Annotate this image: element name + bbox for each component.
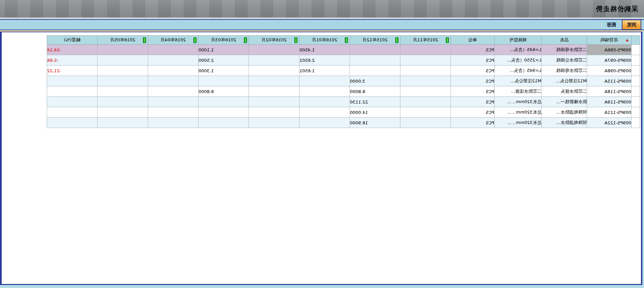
cell-存货编码[interactable]: 009PS-098A (587, 66, 632, 76)
cell-2016年03月[interactable]: 2.5000 (199, 55, 249, 66)
cell-2015年12月[interactable] (350, 66, 400, 76)
cell-2015年12月[interactable]: 14.0000 (350, 107, 400, 118)
cell-品名[interactable]: 明珠电源防水... (542, 107, 587, 118)
cell-2016年04月[interactable] (148, 107, 199, 118)
cell-2016年01月[interactable]: 1.6501 (299, 66, 350, 76)
row-indicator-cell[interactable] (632, 76, 640, 86)
cell-2016年03月[interactable] (199, 118, 249, 128)
cell-2016年01月[interactable] (299, 97, 350, 107)
column-header-6[interactable]: 2016年01月 (299, 36, 350, 45)
cell-幅度(%)[interactable] (47, 76, 98, 86)
cell-2015年11月[interactable] (400, 76, 451, 86)
cell-2015年12月[interactable] (350, 55, 400, 66)
column-header-1[interactable]: 品名 (542, 36, 587, 45)
cell-2016年02月[interactable] (249, 118, 299, 128)
month-trend-chart-icon[interactable] (244, 37, 247, 43)
cell-规格型号[interactable]: 总长320mm，... (495, 118, 542, 128)
cell-2016年03月[interactable]: 1.1000 (199, 45, 249, 55)
cell-幅度(%)[interactable]: -24.14 (47, 45, 98, 55)
row-indicator-cell[interactable] (632, 55, 640, 66)
cell-2015年12月[interactable]: 8.8000 (350, 86, 400, 97)
tab-graph[interactable]: 图形 (602, 20, 620, 30)
cell-2016年02月[interactable] (249, 66, 299, 76)
row-indicator-cell[interactable] (632, 86, 640, 97)
cell-幅度(%)[interactable]: -21.22 (47, 66, 98, 76)
cell-2015年11月[interactable] (400, 66, 451, 76)
cell-品名[interactable]: 二芯防水母插线 (542, 66, 587, 76)
cell-规格型号[interactable]: L=945（含头... (495, 66, 542, 76)
cell-2016年04月[interactable] (148, 86, 199, 97)
cell-2016年03月[interactable]: 1.3000 (199, 66, 249, 76)
cell-2015年11月[interactable] (400, 97, 451, 107)
cell-存货编码[interactable]: 009PS-097A (587, 55, 632, 66)
cell-2016年02月[interactable] (249, 86, 299, 97)
cell-单位[interactable]: PCS (451, 66, 495, 76)
column-header-8[interactable]: 2016年03月 (199, 36, 249, 45)
cell-单位[interactable]: PCS (451, 97, 495, 107)
cell-2016年04月[interactable] (148, 55, 199, 66)
cell-2016年05月[interactable] (98, 45, 148, 55)
cell-幅度(%)[interactable]: -5.66 (47, 55, 98, 66)
cell-2016年05月[interactable] (98, 107, 148, 118)
cell-存货编码[interactable]: 009PS-122A (587, 118, 632, 128)
column-header-11[interactable]: 幅度(%) (47, 36, 98, 45)
cell-规格型号[interactable]: 二芯防水连接... (495, 86, 542, 97)
cell-2015年12月[interactable]: 3.0000 (350, 76, 400, 86)
cell-品名[interactable]: 防水橡胶线一... (542, 97, 587, 107)
row-indicator-cell[interactable] (632, 107, 640, 118)
cell-存货编码[interactable]: 009PS-096A (587, 45, 632, 55)
cell-2016年01月[interactable] (299, 76, 350, 86)
column-header-7[interactable]: 2016年02月 (249, 36, 299, 45)
cell-规格型号[interactable]: L=2550（含头... (495, 55, 542, 66)
cell-品名[interactable]: 二芯防水公插线 (542, 55, 587, 66)
cell-2016年02月[interactable] (249, 55, 299, 66)
cell-2016年02月[interactable] (249, 107, 299, 118)
cell-单位[interactable]: PCS (451, 118, 495, 128)
cell-规格型号[interactable]: 总长320mm，... (495, 107, 542, 118)
month-trend-chart-icon[interactable] (345, 37, 348, 43)
cell-2016年03月[interactable]: 8.8000 (199, 86, 249, 97)
cell-品名[interactable]: 明珠电源防水... (542, 118, 587, 128)
cell-2015年11月[interactable] (400, 45, 451, 55)
cell-幅度(%)[interactable] (47, 107, 98, 118)
cell-规格型号[interactable]: 总长320mm，... (495, 97, 542, 107)
cell-2016年05月[interactable] (98, 76, 148, 86)
cell-2016年02月[interactable] (249, 76, 299, 86)
cell-2016年04月[interactable] (148, 97, 199, 107)
cell-2016年04月[interactable] (148, 76, 199, 86)
row-indicator-cell[interactable] (632, 118, 640, 128)
row-indicator-cell[interactable] (632, 97, 640, 107)
cell-存货编码[interactable]: 009PS-119A (587, 97, 632, 107)
cell-2016年01月[interactable] (299, 86, 350, 97)
cell-2016年05月[interactable] (98, 55, 148, 66)
cell-2016年01月[interactable] (299, 118, 350, 128)
cell-幅度(%)[interactable] (47, 97, 98, 107)
cell-2016年05月[interactable] (98, 97, 148, 107)
cell-2016年03月[interactable] (199, 107, 249, 118)
month-trend-chart-icon[interactable] (446, 37, 449, 43)
cell-2016年02月[interactable] (249, 97, 299, 107)
cell-2016年02月[interactable] (249, 45, 299, 55)
cell-2016年01月[interactable] (299, 107, 350, 118)
cell-2016年03月[interactable] (199, 97, 249, 107)
cell-2015年12月[interactable]: 18.9000 (350, 118, 400, 128)
cell-幅度(%)[interactable] (47, 86, 98, 97)
cell-存货编码[interactable]: 009PS-115A (587, 76, 632, 86)
column-header-10[interactable]: 2016年05月 (98, 36, 148, 45)
column-header-5[interactable]: 2015年12月 (350, 36, 400, 45)
column-header-3[interactable]: 单位 (451, 36, 495, 45)
cell-品名[interactable]: 二芯防水母插线 (542, 45, 587, 55)
cell-2016年04月[interactable] (148, 66, 199, 76)
row-indicator-cell[interactable] (632, 45, 640, 55)
month-trend-chart-icon[interactable] (143, 37, 146, 43)
cell-单位[interactable]: PCS (451, 107, 495, 118)
cell-存货编码[interactable]: 009PS-121A (587, 107, 632, 118)
column-header-2[interactable]: 规格型号 (495, 36, 542, 45)
tab-browse[interactable]: 浏览 (622, 19, 641, 30)
cell-2016年05月[interactable] (98, 86, 148, 97)
cell-品名[interactable]: 二芯防水接头 (542, 86, 587, 97)
cell-2016年01月[interactable]: 1.4500 (299, 45, 350, 55)
cell-2016年05月[interactable] (98, 118, 148, 128)
column-header-4[interactable]: 2015年11月 (400, 36, 451, 45)
cell-2015年11月[interactable] (400, 118, 451, 128)
